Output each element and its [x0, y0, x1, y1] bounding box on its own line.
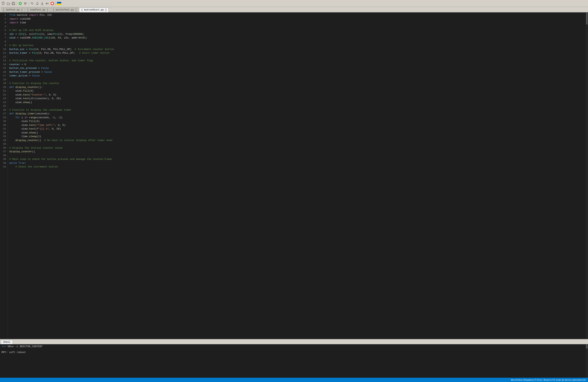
code-token: 20: [56, 127, 60, 130]
code-line: oled.fill(0): [9, 89, 584, 93]
code-token: (): [35, 131, 38, 134]
code-token: show: [29, 131, 35, 134]
code-token: 0: [53, 93, 55, 96]
stop-icon[interactable]: [50, 1, 54, 6]
code-token: for: [15, 116, 20, 119]
code-token: Pin, I2C: [38, 14, 52, 17]
shell-content[interactable]: >>> %Run -c $EDITOR_CONTENT MPY: soft re…: [0, 344, 586, 378]
code-token: ): [40, 135, 41, 138]
code-token: (: [34, 48, 35, 51]
tab-buttonstart[interactable]: [ buttonStart.py ]: [79, 8, 109, 12]
code-token: display_counter: [9, 150, 32, 153]
code-token: I2C: [19, 33, 23, 36]
line-number: 22: [1, 93, 6, 97]
code-line: # Function to display the countdown time…: [9, 108, 584, 112]
code-line: def display_counter():: [9, 85, 584, 89]
new-file-icon[interactable]: [1, 1, 5, 6]
undo-icon[interactable]: [30, 1, 34, 6]
code-line: button_timer_pressed = False: [9, 70, 584, 74]
line-number: 12: [1, 55, 6, 59]
code-token: True: [19, 162, 24, 165]
code-token: # Go back to counter display after timer…: [44, 139, 112, 142]
code-token: 1: [38, 135, 40, 138]
code-line: display_counter() # Go back to counter d…: [9, 138, 584, 142]
code-token: ,: [53, 97, 56, 100]
code-token: [9, 116, 15, 119]
code-token: -1: [52, 116, 55, 119]
code-line: button_timer = Pin(13, Pin.IN, Pin.PULL_…: [9, 51, 584, 55]
code-token: =: [28, 52, 32, 54]
code-line: [9, 40, 584, 44]
open-file-icon[interactable]: [6, 1, 10, 6]
resume-icon[interactable]: [45, 1, 49, 6]
line-number: 23: [1, 97, 6, 101]
line-number: 16: [1, 70, 6, 74]
tab-ledtest[interactable]: [ ledTest.py ]: [1, 7, 25, 12]
code-line: [9, 104, 584, 108]
line-number: 35: [1, 142, 6, 146]
line-number: 29: [1, 119, 6, 123]
step-over-icon[interactable]: [35, 1, 39, 6]
code-token: oled.: [9, 120, 29, 123]
code-token: , Pin.IN, Pin.PULL_UP): [38, 48, 74, 51]
code-line: # Main loop to check for button presses …: [9, 157, 584, 161]
code-token: , Pin.IN, Pin.PULL_UP): [41, 52, 79, 54]
code-token: (seconds,: [37, 116, 52, 119]
line-number: 24: [1, 101, 6, 105]
code-token: oled.: [9, 127, 29, 130]
line-number: 9: [1, 43, 6, 47]
line-number: 21: [1, 89, 6, 93]
code-token: "Time left:": [37, 124, 55, 127]
code-token: # Check the increment button: [15, 165, 58, 168]
code-line: # Set up I2C and OLED display: [9, 28, 584, 32]
code-token: button_timer: [9, 52, 28, 54]
tab-oledtest[interactable]: [ oledTest.py ]: [25, 7, 50, 12]
line-number: 4: [1, 25, 6, 29]
line-number: 3: [1, 21, 6, 25]
step-into-icon[interactable]: [40, 1, 44, 6]
line-number: 7: [1, 36, 6, 40]
code-token: 0x3C: [79, 36, 85, 39]
code-token: counter: [9, 63, 20, 66]
shell-tab[interactable]: Shell: [1, 340, 13, 344]
code-area[interactable]: from machine import Pin, I2Cimport ssd13…: [8, 12, 586, 339]
status-text: MicroPython (Raspberry Pi Pico) • Board …: [511, 379, 586, 381]
run-icon[interactable]: [18, 1, 22, 6]
code-line: timer_active = False: [9, 74, 584, 78]
code-token: time.: [9, 135, 29, 138]
code-token: =: [24, 48, 29, 51]
debug-icon[interactable]: [23, 1, 27, 6]
code-line: time.sleep(1): [9, 135, 584, 138]
code-token: ): [85, 36, 87, 39]
editor-scroll-thumb[interactable]: [586, 13, 588, 24]
shell-output-line1: [1, 348, 584, 351]
line-number: 37: [1, 150, 6, 154]
line-number: 25: [1, 104, 6, 108]
code-line: oled = ssd1306.SSD1306_I2C(128, 64, i2c,…: [9, 36, 584, 40]
code-line: oled.show(): [9, 131, 584, 135]
code-line: # Initialize the counter, button states,…: [9, 59, 584, 63]
code-token: False: [32, 74, 40, 77]
tab-buttontest[interactable]: [ buttonTest.py ]: [51, 7, 79, 12]
code-token: while: [9, 162, 19, 165]
code-token: ): [60, 97, 61, 100]
code-token: ), freq=: [61, 33, 73, 36]
code-token: def: [9, 86, 15, 89]
code-token: fill: [23, 89, 29, 92]
code-token: (): [38, 139, 44, 142]
line-number: 40: [1, 161, 6, 165]
shell-scrollbar[interactable]: [586, 344, 588, 378]
shell-scroll-thumb[interactable]: [586, 345, 588, 349]
code-token: ): [64, 124, 65, 127]
line-number: 18: [1, 78, 6, 82]
editor-scrollbar[interactable]: [586, 12, 588, 339]
code-token: text: [23, 97, 29, 100]
code-token: range: [29, 116, 37, 119]
code-token: 64: [58, 36, 61, 39]
code-token: Pin: [35, 33, 40, 36]
code-token: ,: [60, 124, 63, 127]
save-file-icon[interactable]: [11, 1, 16, 6]
code-token: timer_active: [9, 74, 28, 77]
code-token: =: [37, 67, 41, 70]
code-line: while True:: [9, 161, 584, 165]
